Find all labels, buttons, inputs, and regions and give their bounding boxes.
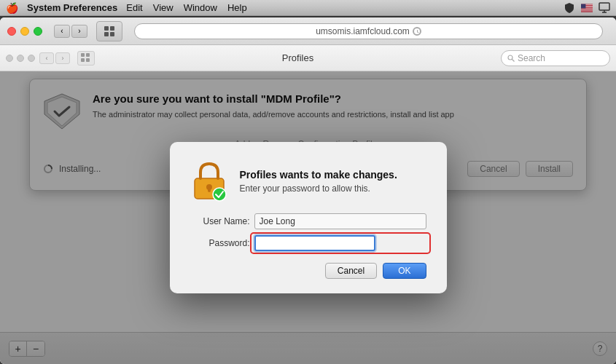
- auth-ok-button[interactable]: OK: [383, 263, 426, 279]
- menu-edit[interactable]: Edit: [126, 2, 142, 13]
- menu-help[interactable]: Help: [227, 2, 247, 13]
- lock-icon: [190, 159, 228, 203]
- menu-window[interactable]: Window: [184, 2, 217, 13]
- svg-rect-22: [86, 53, 90, 57]
- monitor-icon: [599, 2, 610, 14]
- username-row: User Name:: [190, 213, 426, 229]
- auth-overlay: Profiles wants to make changes. Enter yo…: [0, 71, 616, 364]
- desktop: ‹ › umsomis.iamfcloud.com ‹ ›: [0, 16, 616, 364]
- svg-rect-13: [581, 4, 585, 8]
- svg-line-26: [512, 59, 515, 61]
- svg-rect-18: [110, 26, 114, 31]
- username-label: User Name:: [190, 216, 250, 226]
- auth-header: Profiles wants to make changes. Enter yo…: [190, 159, 426, 203]
- password-label: Password:: [190, 238, 250, 248]
- traffic-lights: [7, 27, 42, 36]
- auth-dialog: Profiles wants to make changes. Enter yo…: [170, 142, 447, 293]
- url-bar[interactable]: umsomis.iamfcloud.com: [134, 23, 603, 39]
- forward-button[interactable]: ›: [71, 25, 87, 38]
- svg-rect-10: [581, 9, 593, 10]
- password-row: Password:: [190, 235, 426, 251]
- svg-rect-20: [110, 32, 114, 36]
- profiles-title: Profiles: [99, 52, 496, 63]
- auth-title: Profiles wants to make changes.: [240, 169, 397, 181]
- menu-items: Edit View Window Help: [126, 2, 246, 13]
- svg-rect-7: [581, 8, 593, 9]
- svg-rect-23: [81, 58, 85, 62]
- search-icon: [507, 55, 515, 62]
- close-button[interactable]: [7, 27, 16, 36]
- second-nav-buttons: ‹ ›: [39, 52, 70, 64]
- search-bar[interactable]: Search: [501, 50, 610, 66]
- auth-subtitle: Enter your password to allow this.: [240, 183, 397, 194]
- nav-buttons: ‹ ›: [54, 25, 87, 38]
- svg-rect-9: [581, 9, 593, 10]
- grid-view-button[interactable]: [96, 21, 122, 41]
- svg-rect-17: [104, 26, 109, 31]
- stl-3: [28, 55, 35, 62]
- svg-point-25: [508, 55, 512, 60]
- auth-buttons: Cancel OK: [190, 263, 426, 279]
- back-button[interactable]: ‹: [54, 25, 70, 38]
- minimize-button[interactable]: [20, 27, 29, 36]
- app-name: System Preferences: [27, 2, 117, 13]
- svg-rect-32: [208, 187, 211, 192]
- svg-point-33: [213, 188, 226, 201]
- second-grid-button[interactable]: [77, 51, 95, 66]
- svg-rect-21: [81, 53, 85, 57]
- svg-rect-14: [599, 3, 609, 10]
- search-placeholder: Search: [518, 53, 545, 63]
- titlebar: ‹ › umsomis.iamfcloud.com: [0, 17, 616, 45]
- maximize-button[interactable]: [34, 27, 42, 36]
- url-text: umsomis.iamfcloud.com: [316, 26, 410, 36]
- second-back-button[interactable]: ‹: [39, 52, 54, 64]
- menu-bar-right: [564, 2, 610, 14]
- svg-rect-11: [581, 10, 593, 11]
- sysprefs-window: ‹ › umsomis.iamfcloud.com ‹ ›: [0, 17, 616, 364]
- stl-2: [17, 55, 24, 62]
- auth-fields: User Name: Password:: [190, 213, 426, 251]
- second-traffic-lights: [6, 55, 35, 62]
- password-input[interactable]: [254, 235, 375, 251]
- shield-icon: [564, 2, 575, 14]
- svg-rect-24: [86, 58, 90, 62]
- auth-text: Profiles wants to make changes. Enter yo…: [240, 169, 397, 194]
- main-content: Are you sure you want to install "MDM Pr…: [0, 71, 616, 364]
- apple-menu[interactable]: 🍎: [6, 2, 18, 14]
- svg-rect-19: [104, 32, 109, 36]
- stl-1: [6, 55, 13, 62]
- auth-cancel-button[interactable]: Cancel: [325, 263, 377, 279]
- flag-icon: [581, 2, 593, 14]
- menu-bar: 🍎 System Preferences Edit View Window He…: [0, 0, 616, 16]
- svg-rect-8: [581, 9, 593, 9]
- profiles-toolbar: ‹ › Profiles Search: [0, 45, 616, 71]
- username-input[interactable]: [254, 213, 426, 229]
- second-forward-button[interactable]: ›: [55, 52, 70, 64]
- password-container: [254, 235, 426, 251]
- svg-rect-12: [581, 11, 593, 12]
- menu-view[interactable]: View: [153, 2, 174, 13]
